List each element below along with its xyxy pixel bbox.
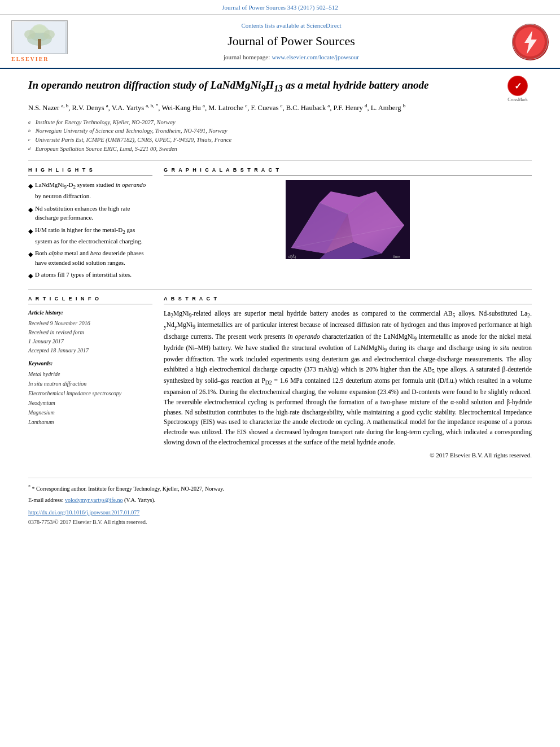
elsevier-logo: ELSEVIER: [11, 20, 79, 63]
keyword-item: Lanthanum: [28, 417, 152, 427]
crossmark-icon: ✓: [508, 76, 528, 96]
title-italic: In operando: [28, 79, 83, 91]
article-info-header: A R T I C L E I N F O: [28, 295, 152, 305]
highlights-col: H I G H L I G H T S ◆ LaNdMgNi9-D2 syste…: [28, 167, 152, 283]
bullet-icon: ◆: [28, 181, 33, 191]
revised-label: Received in revised form: [28, 328, 152, 337]
issn-text: 0378-7753/© 2017 Elsevier B.V. All right…: [28, 518, 532, 526]
affiliation-a: a Institute for Energy Technology, Kjell…: [28, 118, 532, 127]
highlights-header: H I G H L I G H T S: [28, 167, 152, 176]
divider-2: [28, 289, 532, 290]
received-date: Received 9 November 2016: [28, 319, 152, 328]
highlight-item: ◆ Both alpha metal and beta deuteride ph…: [28, 248, 152, 267]
article-info-col: A R T I C L E I N F O Article history: R…: [28, 295, 152, 460]
main-content: In operando neutron diffraction study of…: [0, 69, 560, 469]
article-title-container: In operando neutron diffraction study of…: [28, 78, 532, 94]
journal-header: ELSEVIER Contents lists available at Sci…: [0, 15, 560, 69]
keyword-item: Metal hydride: [28, 369, 152, 379]
sciencedirect-text: Contents lists available at ScienceDirec…: [79, 21, 504, 30]
abstract-text: La2MgNi9-related alloys are superior met…: [164, 309, 532, 448]
email-link[interactable]: volodymyr.yartys@ife.no: [65, 497, 123, 503]
affiliation-d: d European Spallation Source ERIC, Lund,…: [28, 145, 532, 154]
keyword-item: Neodymium: [28, 398, 152, 408]
svg-rect-3: [38, 39, 41, 49]
highlights-and-abstract: H I G H L I G H T S ◆ LaNdMgNi9-D2 syste…: [28, 167, 532, 283]
abstract-col: A B S T R A C T La2MgNi9-related alloys …: [164, 295, 532, 460]
highlight-item: ◆ D atoms fill 7 types of interstitial s…: [28, 270, 152, 281]
affiliation-c: c Université Paris Est, ICMPE (UMR7182),…: [28, 136, 532, 145]
corresponding-note: * * Corresponding author. Institute for …: [28, 484, 532, 493]
crossmark-label: CrossMark: [508, 97, 528, 103]
abstract-header: A B S T R A C T: [164, 295, 532, 305]
bullet-icon: ◆: [28, 271, 33, 281]
svg-point-6: [33, 24, 46, 33]
journal-title: Journal of Power Sources: [79, 33, 504, 50]
article-title: In operando neutron diffraction study of…: [28, 78, 532, 94]
graphical-abstract-col: G R A P H I C A L A B S T R A C T: [164, 167, 532, 283]
highlight-item: ◆ LaNdMgNi9-D2 system studied in operand…: [28, 180, 152, 200]
svg-text:d(Å): d(Å): [288, 254, 296, 259]
highlight-item: ◆ Nd substitution enhances the high rate…: [28, 204, 152, 222]
header-right: [504, 24, 549, 60]
homepage-line: journal homepage: www.elsevier.com/locat…: [79, 52, 504, 62]
accepted-date: Accepted 18 January 2017: [28, 346, 152, 355]
divider-1: [28, 160, 532, 161]
email-line: E-mail address: volodymyr.yartys@ife.no …: [28, 496, 532, 504]
affiliations: a Institute for Energy Technology, Kjell…: [28, 118, 532, 154]
title-rest: neutron diffraction study of LaNdMgNi9H1…: [83, 79, 429, 91]
bullet-icon: ◆: [28, 205, 33, 215]
copyright-text: © 2017 Elsevier B.V. All rights reserved…: [164, 451, 532, 460]
bullet-icon: ◆: [28, 250, 33, 259]
highlight-item: ◆ H/M ratio is higher for the metal-D2 g…: [28, 225, 152, 246]
keyword-item: Electrochemical impedance spectroscopy: [28, 388, 152, 398]
keyword-item: In situ neutron diffraction: [28, 379, 152, 388]
journal-logo-image: [512, 24, 549, 60]
affiliation-b: b Norwegian University of Science and Te…: [28, 126, 532, 136]
keywords-label: Keywords:: [28, 360, 152, 368]
svg-text:time: time: [393, 255, 400, 259]
article-info-section: A R T I C L E I N F O Article history: R…: [28, 295, 532, 460]
bullet-icon: ◆: [28, 226, 33, 236]
crossmark[interactable]: ✓ CrossMark: [504, 78, 532, 101]
journal-reference: Journal of Power Sources 343 (2017) 502–…: [222, 4, 338, 11]
header-center: Contents lists available at ScienceDirec…: [79, 21, 504, 62]
keywords-list: Metal hydride In situ neutron diffractio…: [28, 369, 152, 427]
page-wrapper: Journal of Power Sources 343 (2017) 502–…: [0, 0, 560, 747]
graphical-abstract-header: G R A P H I C A L A B S T R A C T: [164, 167, 532, 176]
keyword-item: Magnesium: [28, 408, 152, 417]
top-bar: Journal of Power Sources 343 (2017) 502–…: [0, 0, 560, 15]
elsevier-brand: ELSEVIER: [11, 55, 49, 63]
graphical-abstract-image: d(Å) time: [286, 180, 410, 259]
revised-date: 1 January 2017: [28, 337, 152, 346]
header-left: ELSEVIER: [11, 20, 79, 63]
highlights-list: ◆ LaNdMgNi9-D2 system studied in operand…: [28, 180, 152, 280]
article-dates: Received 9 November 2016 Received in rev…: [28, 319, 152, 355]
history-label: Article history:: [28, 309, 152, 317]
svg-text:✓: ✓: [514, 81, 522, 91]
authors: N.S. Nazer a, b, R.V. Denys a, V.A. Yart…: [28, 102, 532, 113]
doi-link[interactable]: http://dx.doi.org/10.1016/j.jpowsour.201…: [28, 509, 532, 517]
homepage-url[interactable]: www.elsevier.com/locate/jpowsour: [272, 54, 358, 60]
elsevier-logo-image: [11, 20, 68, 54]
page-footer: * * Corresponding author. Institute for …: [28, 478, 532, 532]
